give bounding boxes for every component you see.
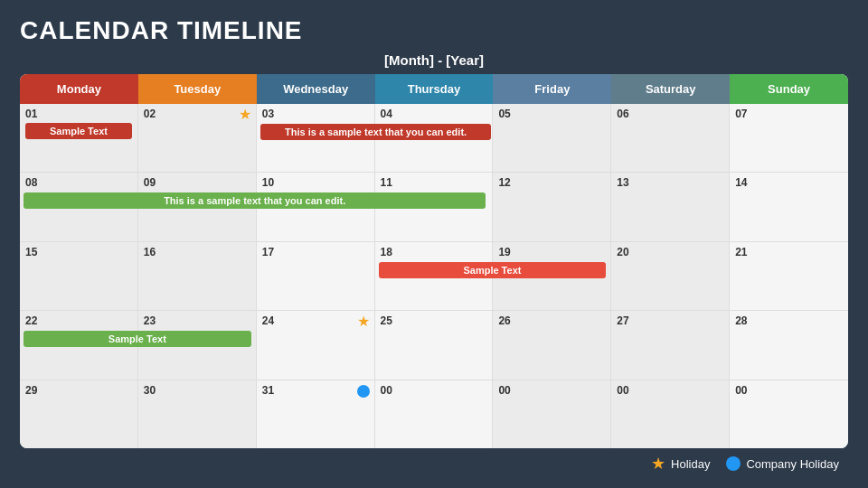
star-icon-24: ★ (357, 313, 370, 330)
legend-company-holiday-label: Company Holiday (746, 457, 839, 471)
cell-00-d: 00 (730, 380, 848, 448)
event-sample-text-1: Sample Text (25, 123, 132, 139)
cell-06: 06 (611, 104, 730, 172)
star-icon-02: ★ (239, 106, 251, 123)
legend-circle-icon (726, 456, 741, 471)
cell-21: 21 (730, 242, 848, 310)
cell-20: 20 (611, 242, 730, 310)
circle-icon-31 (357, 385, 370, 398)
cell-31: 31 (257, 380, 375, 448)
legend-star-icon: ★ (651, 454, 665, 474)
cell-15: 15 (20, 242, 138, 310)
header-saturday: Saturday (611, 74, 730, 104)
month-year: [Month] - [Year] (20, 52, 848, 68)
cell-00-a: 00 (375, 380, 494, 448)
calendar: Monday Tuesday Wednesday Thursday Friday… (20, 74, 848, 448)
cell-01: 01 Sample Text (20, 104, 138, 172)
calendar-row-2: 08 This is a sample text that you can ed… (20, 173, 848, 241)
cell-17: 17 (257, 242, 375, 310)
legend: ★ Holiday Company Holiday (20, 448, 848, 475)
event-span-row2: This is a sample text that you can edit. (24, 192, 486, 209)
header-sunday: Sunday (730, 74, 848, 104)
event-span-row1: This is a sample text that you can edit. (260, 124, 492, 140)
cell-00-b: 00 (493, 380, 611, 448)
event-span-row4: Sample Text (24, 331, 251, 347)
page-title: CALENDAR TIMELINE (20, 16, 848, 45)
calendar-row-3: 15 16 17 18 Sample Text 19 20 (20, 242, 848, 311)
header-thursday: Thursday (375, 74, 494, 104)
cell-05: 05 (493, 104, 611, 172)
cell-30: 30 (138, 380, 257, 448)
calendar-header: Monday Tuesday Wednesday Thursday Friday… (20, 74, 848, 104)
cell-12: 12 (493, 173, 611, 240)
calendar-row-5: 29 30 31 00 00 00 00 (20, 380, 848, 448)
cell-27: 27 (611, 311, 730, 379)
cell-28: 28 (730, 311, 848, 379)
cell-00-c: 00 (611, 380, 730, 448)
cell-24: 24 ★ (257, 311, 375, 379)
cell-13: 13 (611, 173, 730, 240)
calendar-body: 01 Sample Text 02 ★ 03 This is a sample … (20, 104, 848, 448)
cell-18: 18 Sample Text (375, 242, 494, 310)
cell-29: 29 (20, 380, 138, 448)
cell-22: 22 Sample Text (20, 311, 138, 379)
header-friday: Friday (493, 74, 611, 104)
calendar-row-4: 22 Sample Text 23 24 ★ 25 26 (20, 311, 848, 380)
cell-26: 26 (493, 311, 611, 379)
calendar-row-1: 01 Sample Text 02 ★ 03 This is a sample … (20, 104, 848, 173)
legend-company-holiday: Company Holiday (726, 456, 839, 471)
event-span-row3: Sample Text (379, 262, 607, 278)
header-tuesday: Tuesday (138, 74, 257, 104)
cell-08: 08 This is a sample text that you can ed… (20, 173, 138, 240)
header-monday: Monday (20, 74, 138, 104)
legend-holiday-label: Holiday (671, 457, 710, 471)
cell-14: 14 (730, 173, 848, 240)
cell-07: 07 (730, 104, 848, 172)
cell-03: 03 This is a sample text that you can ed… (257, 104, 375, 172)
cell-02: 02 ★ (138, 104, 257, 172)
legend-holiday: ★ Holiday (651, 454, 710, 474)
cell-16: 16 (138, 242, 257, 310)
cell-25: 25 (375, 311, 494, 379)
header-wednesday: Wednesday (257, 74, 375, 104)
